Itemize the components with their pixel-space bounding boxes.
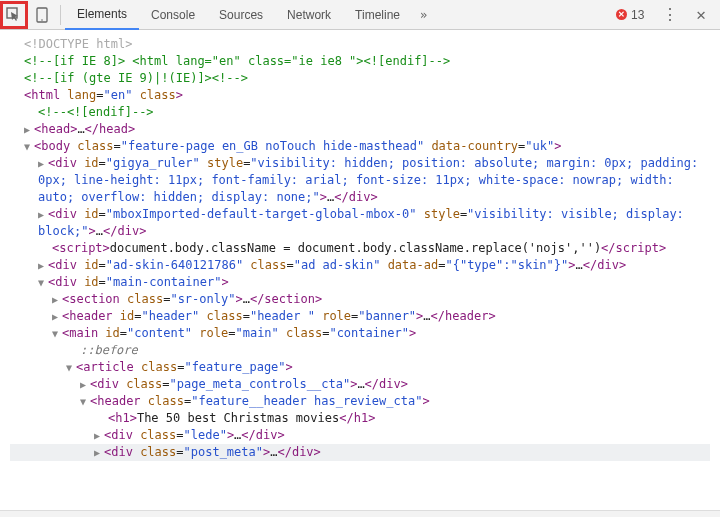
tab-strip: Elements Console Sources Network Timelin… <box>65 0 616 30</box>
more-tabs-icon[interactable]: » <box>412 8 435 22</box>
breadcrumb-overflow: … <box>0 513 12 517</box>
doctype: <!DOCTYPE html> <box>24 37 132 51</box>
pseudo-before: ::before <box>80 343 138 357</box>
collapse-icon[interactable]: ▼ <box>24 138 34 155</box>
svg-point-2 <box>41 19 43 21</box>
div-element[interactable]: ▶<div id="mboxImported-default-target-gl… <box>10 206 710 240</box>
collapse-icon[interactable]: ▼ <box>52 325 62 342</box>
section-element[interactable]: ▶<section class="sr-only">…</section> <box>10 291 710 308</box>
div-element[interactable]: ▶<div class="page_meta_controls__cta">…<… <box>10 376 710 393</box>
toolbar-right: ✕ 13 ⋮ ✕ <box>616 5 720 24</box>
expand-icon[interactable]: ▶ <box>38 155 48 172</box>
div-element[interactable]: ▶<div id="gigya_ruler" style="visibility… <box>10 155 710 206</box>
expand-icon[interactable]: ▶ <box>38 206 48 223</box>
script-element[interactable]: <script>document.body.className = docume… <box>10 240 710 257</box>
div-element[interactable]: ▶<div class="lede">…</div> <box>10 427 710 444</box>
tab-elements[interactable]: Elements <box>65 0 139 30</box>
tab-network[interactable]: Network <box>275 1 343 29</box>
tab-timeline[interactable]: Timeline <box>343 1 412 29</box>
expand-icon[interactable]: ▶ <box>24 121 34 138</box>
error-badge[interactable]: ✕ 13 <box>616 8 644 22</box>
comment: <!--<![endif]--> <box>38 105 154 119</box>
close-icon[interactable]: ✕ <box>688 5 714 24</box>
comment: <!--[if (gte IE 9)|!(IE)]><!--> <box>24 71 248 85</box>
breadcrumb-bar[interactable]: … <box>0 510 720 517</box>
collapse-icon[interactable]: ▼ <box>38 274 48 291</box>
tab-sources[interactable]: Sources <box>207 1 275 29</box>
comment: <!--[if IE 8]> <html lang="en" class="ie… <box>24 54 450 68</box>
html-element[interactable]: <html lang="en" class> <box>10 87 710 104</box>
expand-icon[interactable]: ▶ <box>94 427 104 444</box>
expand-icon[interactable]: ▶ <box>80 376 90 393</box>
expand-icon[interactable]: ▶ <box>38 257 48 274</box>
error-count: 13 <box>631 8 644 22</box>
article-element[interactable]: ▼<article class="feature_page"> <box>10 359 710 376</box>
devtools-toolbar: Elements Console Sources Network Timelin… <box>0 0 720 30</box>
error-icon: ✕ <box>616 9 627 20</box>
collapse-icon[interactable]: ▼ <box>66 359 76 376</box>
expand-icon[interactable]: ▶ <box>94 444 104 461</box>
header-element[interactable]: ▶<header id="header" class="header " rol… <box>10 308 710 325</box>
elements-tree[interactable]: <!DOCTYPE html> <!--[if IE 8]> <html lan… <box>0 30 720 517</box>
collapse-icon[interactable]: ▼ <box>80 393 90 410</box>
head-element[interactable]: ▶<head>…</head> <box>10 121 710 138</box>
divider <box>60 5 61 25</box>
body-element[interactable]: ▼<body class="feature-page en_GB noTouch… <box>10 138 710 155</box>
h1-element[interactable]: <h1>The 50 best Christmas movies</h1> <box>10 410 710 427</box>
div-element[interactable]: ▶<div id="ad-skin-640121786" class="ad a… <box>10 257 710 274</box>
div-element-selected[interactable]: ▶<div class="post_meta">…</div> <box>10 444 710 461</box>
device-toggle-icon[interactable] <box>28 1 56 29</box>
div-element[interactable]: ▼<div id="main-container"> <box>10 274 710 291</box>
kebab-menu-icon[interactable]: ⋮ <box>652 5 688 24</box>
expand-icon[interactable]: ▶ <box>52 308 62 325</box>
tab-console[interactable]: Console <box>139 1 207 29</box>
inspect-element-icon[interactable] <box>0 1 28 29</box>
header-element[interactable]: ▼<header class="feature__header has_revi… <box>10 393 710 410</box>
expand-icon[interactable]: ▶ <box>52 291 62 308</box>
main-element[interactable]: ▼<main id="content" role="main" class="c… <box>10 325 710 342</box>
